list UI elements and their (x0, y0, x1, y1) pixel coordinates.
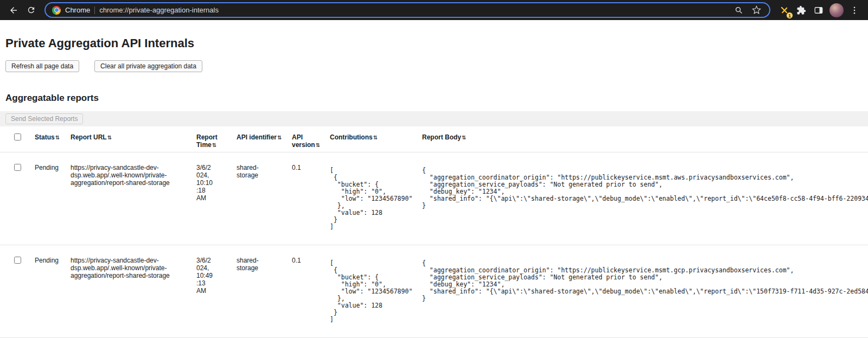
browser-toolbar: Chrome chrome://private-aggregation-inte… (0, 0, 868, 20)
col-label: Status (35, 133, 55, 141)
sort-icon: ⇅ (373, 135, 378, 141)
api-version-cell: 0.1 (288, 245, 326, 338)
extensions-puzzle-icon[interactable] (793, 2, 809, 18)
report-body-cell: { "aggregation_coordinator_origin": "htt… (418, 152, 868, 245)
report-body-json: { "aggregation_coordinator_origin": "htt… (422, 260, 864, 302)
page-content: Private Aggregation API Internals Refres… (0, 36, 868, 338)
col-label: Report Body (422, 133, 461, 141)
sort-icon: ⇅ (277, 135, 282, 141)
chrome-logo-icon (52, 6, 61, 15)
contributions-json: [ { "bucket": { "high": "0", "low": "123… (330, 167, 413, 231)
api-identifier-cell: shared-storage (232, 245, 288, 338)
col-header-report-time[interactable]: Report Time⇅ (192, 126, 232, 152)
report-time-cell: 3/6/2024, 10:10:18 AM (192, 152, 232, 245)
table-toolbar: Send Selected Reports (0, 111, 868, 126)
api-version-cell: 0.1 (288, 152, 326, 245)
bookmark-star-icon[interactable] (750, 4, 763, 17)
menu-dots-icon[interactable] (846, 2, 863, 18)
status-cell: Pending (30, 245, 66, 338)
col-label: Report URL (71, 133, 107, 141)
api-identifier-cell: shared-storage (232, 152, 288, 245)
address-bar[interactable]: Chrome chrome://private-aggregation-inte… (44, 2, 770, 18)
col-header-report-url[interactable]: Report URL⇅ (66, 126, 192, 152)
report-url-cell: https://privacy-sandcastle-dev-dsp.web.a… (66, 245, 192, 338)
contributions-cell: [ { "bucket": { "high": "0", "low": "123… (326, 245, 418, 338)
col-header-api-identifier[interactable]: API identifier⇅ (232, 126, 288, 152)
reload-button[interactable] (23, 2, 39, 18)
side-panel-icon[interactable] (810, 2, 827, 18)
col-label: Contributions (330, 133, 373, 141)
back-arrow-icon (9, 5, 18, 15)
url-text: chrome://private-aggregation-internals (99, 6, 219, 14)
pinned-extension-icon[interactable]: 1 (776, 2, 792, 18)
reports-table: Status⇅ Report URL⇅ Report Time⇅ API ide… (0, 126, 868, 338)
sort-icon: ⇅ (462, 135, 466, 141)
col-header-status[interactable]: Status⇅ (30, 126, 66, 152)
sort-icon: ⇅ (212, 142, 216, 148)
back-button[interactable] (5, 2, 22, 18)
row-checkbox[interactable] (14, 164, 21, 171)
report-url-cell: https://privacy-sandcastle-dev-dsp.web.a… (66, 152, 192, 245)
col-label: API identifier (237, 133, 277, 141)
col-label: API version (292, 133, 315, 149)
page-actions: Refresh all page data Clear all private … (5, 60, 863, 72)
extension-badge: 1 (786, 12, 793, 19)
sort-icon: ⇅ (107, 135, 112, 141)
sort-icon: ⇅ (316, 142, 320, 148)
reload-icon (27, 5, 36, 15)
site-label: Chrome (65, 6, 90, 14)
section-title: Aggregatable reports (5, 93, 863, 104)
clear-all-button[interactable]: Clear all private aggregation data (94, 60, 202, 72)
send-selected-button[interactable]: Send Selected Reports (5, 113, 83, 124)
contributions-cell: [ { "bucket": { "high": "0", "low": "123… (326, 152, 418, 245)
report-row: Pending https://privacy-sandcastle-dev-d… (0, 152, 868, 245)
table-header-row: Status⇅ Report URL⇅ Report Time⇅ API ide… (0, 126, 868, 152)
col-header-contributions[interactable]: Contributions⇅ (326, 126, 418, 152)
report-body-json: { "aggregation_coordinator_origin": "htt… (422, 167, 864, 209)
col-header-report-body[interactable]: Report Body⇅ (418, 126, 868, 152)
status-cell: Pending (30, 152, 66, 245)
row-checkbox[interactable] (14, 257, 21, 264)
select-all-checkbox[interactable] (14, 133, 21, 141)
report-body-cell: { "aggregation_coordinator_origin": "htt… (418, 245, 868, 338)
omnibox-divider (94, 7, 95, 14)
contributions-json: [ { "bucket": { "high": "0", "low": "123… (330, 260, 413, 323)
page-title: Private Aggregation API Internals (5, 36, 863, 50)
report-time-cell: 3/6/2024, 10:49:13 AM (192, 245, 232, 338)
refresh-all-button[interactable]: Refresh all page data (5, 60, 79, 72)
col-header-api-version[interactable]: API version⇅ (288, 126, 326, 152)
search-icon[interactable] (732, 4, 745, 17)
sort-icon: ⇅ (55, 135, 60, 141)
profile-avatar[interactable] (829, 3, 844, 17)
report-row: Pending https://privacy-sandcastle-dev-d… (0, 245, 868, 338)
